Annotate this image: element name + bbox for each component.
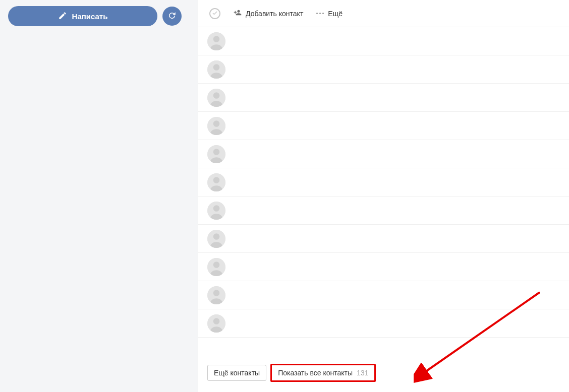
contact-row[interactable] (198, 225, 569, 253)
contact-row[interactable] (198, 253, 569, 281)
select-all-checkbox[interactable] (209, 8, 220, 19)
contact-row[interactable] (198, 197, 569, 225)
svg-point-11 (213, 177, 220, 183)
svg-point-13 (213, 205, 220, 212)
contact-row[interactable] (198, 140, 569, 168)
avatar-placeholder (207, 60, 225, 79)
more-contacts-button[interactable]: Ещё контакты (207, 365, 266, 381)
more-label: Ещё (328, 10, 343, 18)
svg-point-21 (213, 318, 220, 324)
svg-point-7 (213, 120, 220, 127)
sidebar-top: Написать (0, 0, 198, 32)
compose-label: Написать (72, 12, 108, 21)
avatar-placeholder (207, 89, 225, 107)
more-icon (316, 13, 324, 14)
compose-button[interactable]: Написать (8, 6, 157, 26)
contact-row[interactable] (198, 112, 569, 140)
contact-row[interactable] (198, 27, 569, 55)
contacts-list[interactable] (198, 27, 569, 357)
svg-point-5 (213, 92, 220, 99)
contact-row[interactable] (198, 55, 569, 84)
sidebar: Написать (0, 0, 198, 392)
svg-point-9 (213, 149, 220, 155)
avatar-placeholder (207, 202, 225, 220)
avatar-placeholder (207, 230, 225, 248)
refresh-button[interactable] (162, 7, 182, 26)
compose-icon (58, 11, 67, 22)
avatar-placeholder (207, 145, 225, 163)
contact-row[interactable] (198, 309, 569, 338)
svg-point-19 (213, 290, 220, 296)
contact-row[interactable] (198, 84, 569, 112)
more-menu-button[interactable]: Ещё (316, 10, 343, 18)
contact-row[interactable] (198, 281, 569, 309)
more-contacts-label: Ещё контакты (214, 369, 260, 377)
avatar-placeholder (207, 173, 225, 191)
avatar-placeholder (207, 314, 225, 333)
refresh-icon (167, 11, 177, 22)
show-all-contacts-button[interactable]: Показать все контакты 131 (270, 364, 376, 382)
avatar-placeholder (207, 32, 225, 50)
add-contact-button[interactable]: Добавить контакт (234, 9, 303, 18)
svg-point-1 (213, 36, 220, 42)
add-contact-label: Добавить контакт (246, 10, 303, 18)
svg-point-3 (213, 64, 220, 71)
add-contact-icon (234, 9, 242, 18)
main-content: Добавить контакт Ещё Ещё контакты Показа… (198, 0, 569, 392)
show-all-label: Показать все контакты (278, 369, 353, 377)
avatar-placeholder (207, 117, 225, 135)
contact-row[interactable] (198, 168, 569, 197)
bottom-bar: Ещё контакты Показать все контакты 131 (198, 357, 569, 392)
check-icon (212, 10, 218, 18)
avatar-placeholder (207, 258, 225, 276)
avatar-placeholder (207, 286, 225, 304)
show-all-count: 131 (357, 369, 368, 377)
svg-point-15 (213, 233, 220, 240)
svg-point-17 (213, 262, 220, 268)
toolbar: Добавить контакт Ещё (198, 0, 569, 27)
